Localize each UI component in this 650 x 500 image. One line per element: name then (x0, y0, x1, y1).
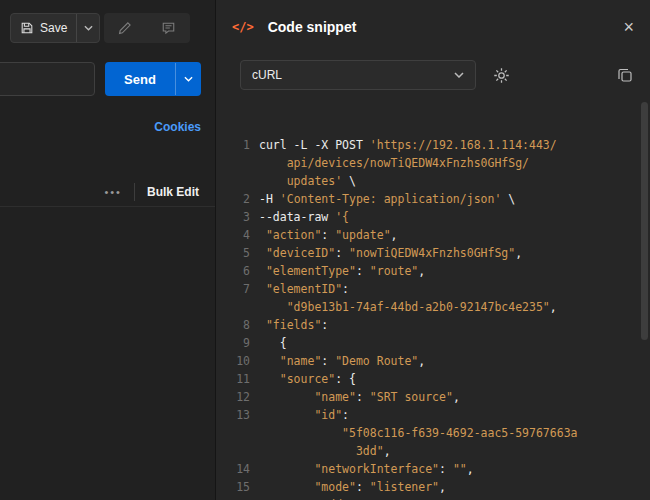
line-number: 14 (216, 460, 259, 478)
line-number: 2 (216, 190, 259, 208)
headers-toolbar: ••• Bulk Edit (0, 177, 215, 207)
request-toolbar (104, 13, 190, 43)
line-number: 12 (216, 388, 259, 406)
line-number: 11 (216, 370, 259, 388)
code-row: 13 "id": (216, 406, 650, 424)
code-snippet-panel: </> Code snippet × cURL 1curl -L -X POST… (215, 0, 650, 500)
save-dropdown-button[interactable] (77, 25, 99, 31)
code-line-text: "5f08c116-f639-4692-aac5-59767663a (259, 424, 578, 442)
save-label: Save (40, 21, 67, 35)
save-button-main[interactable]: Save (11, 21, 76, 35)
copy-icon (617, 67, 633, 83)
line-number: 9 (216, 334, 259, 352)
code-line-text: { (259, 334, 287, 352)
line-number: 5 (216, 244, 259, 262)
code-row: "d9be13b1-74af-44bd-a2b0-92147bc4e235", (216, 298, 650, 316)
code-line-text: "d9be13b1-74af-44bd-a2b0-92147bc4e235", (259, 298, 557, 316)
line-number: 4 (216, 226, 259, 244)
code-line-text: curl -L -X POST 'https://192.168.1.114:4… (259, 136, 557, 154)
line-number (216, 154, 259, 172)
code-row: 4 "action": "update", (216, 226, 650, 244)
code-row: 9 { (216, 334, 650, 352)
toolbar-divider (134, 183, 135, 201)
code-row: 7 "elementID": (216, 280, 650, 298)
code-line-text: "elementID": (259, 280, 349, 298)
line-number (216, 172, 259, 190)
edit-pencil-icon[interactable] (118, 21, 132, 35)
code-line-text: 3dd", (259, 442, 391, 460)
line-number: 15 (216, 478, 259, 496)
settings-button[interactable] (488, 60, 514, 90)
code-line-text: "address": "0.0.0.0", (259, 496, 460, 500)
code-row: 1curl -L -X POST 'https://192.168.1.114:… (216, 136, 650, 154)
code-line-text: "action": "update", (259, 226, 398, 244)
language-selected-value: cURL (252, 68, 282, 82)
gear-icon (493, 67, 510, 84)
code-row: 15 "mode": "listener", (216, 478, 650, 496)
code-line-text: "source": { (259, 370, 356, 388)
chevron-down-icon (184, 76, 193, 82)
code-row: 14 "networkInterface": "", (216, 460, 650, 478)
save-button[interactable]: Save (10, 13, 100, 43)
code-row: 12 "name": "SRT source", (216, 388, 650, 406)
cookies-link[interactable]: Cookies (154, 120, 201, 134)
send-label: Send (105, 72, 175, 87)
close-icon[interactable]: × (623, 18, 634, 36)
line-number: 8 (216, 316, 259, 334)
line-number: 16 (216, 496, 259, 500)
code-row: 2-H 'Content-Type: application/json' \ (216, 190, 650, 208)
code-row: 5 "deviceID": "nowTiQEDW4xFnzhs0GHfSg", (216, 244, 650, 262)
line-number (216, 442, 259, 460)
line-number: 13 (216, 406, 259, 424)
line-number (216, 298, 259, 316)
code-row: 6 "elementType": "route", (216, 262, 650, 280)
language-select[interactable]: cURL (240, 60, 476, 90)
line-number: 7 (216, 280, 259, 298)
more-options-icon[interactable]: ••• (104, 186, 122, 198)
code-line-text: -H 'Content-Type: application/json' \ (259, 190, 515, 208)
code-line-text: "name": "SRT source", (259, 388, 460, 406)
panel-title: Code snippet (268, 19, 357, 35)
code-line-text: updates' \ (259, 172, 356, 190)
send-dropdown-button[interactable] (176, 76, 201, 82)
copy-button[interactable] (612, 60, 638, 90)
send-button[interactable]: Send (105, 62, 201, 96)
panel-header: </> Code snippet × (216, 0, 650, 54)
line-number: 6 (216, 262, 259, 280)
line-number (216, 424, 259, 442)
comments-icon[interactable] (161, 21, 176, 35)
code-line-text: api/devices/nowTiQEDW4xFnzhs0GHfSg/ (259, 154, 529, 172)
code-line-text: "elementType": "route", (259, 262, 425, 280)
code-line-text: "name": "Demo Route", (259, 352, 425, 370)
chevron-down-icon (84, 25, 93, 31)
bulk-edit-button[interactable]: Bulk Edit (147, 185, 199, 199)
code-line-text: "id": (259, 406, 349, 424)
code-row: 11 "source": { (216, 370, 650, 388)
code-block: 1curl -L -X POST 'https://192.168.1.114:… (216, 100, 650, 500)
code-row: "5f08c116-f639-4692-aac5-59767663a (216, 424, 650, 442)
code-line-text: "mode": "listener", (259, 478, 446, 496)
code-line-text: "fields": (259, 316, 328, 334)
url-input[interactable] (0, 62, 95, 96)
code-row: updates' \ (216, 172, 650, 190)
code-line-text: "deviceID": "nowTiQEDW4xFnzhs0GHfSg", (259, 244, 522, 262)
code-row: 10 "name": "Demo Route", (216, 352, 650, 370)
line-number: 3 (216, 208, 259, 226)
code-line-text: "networkInterface": "", (259, 460, 474, 478)
code-row: 8 "fields": (216, 316, 650, 334)
app-root: Save Send (0, 0, 650, 500)
code-tag-icon: </> (232, 20, 254, 34)
code-line-text: --data-raw '{ (259, 208, 349, 226)
vertical-scrollbar[interactable] (641, 102, 648, 340)
code-row: 3--data-raw '{ (216, 208, 650, 226)
line-number: 1 (216, 136, 259, 154)
chevron-down-icon (454, 72, 464, 78)
line-number: 10 (216, 352, 259, 370)
save-icon (20, 21, 34, 35)
code-rows: 1curl -L -X POST 'https://192.168.1.114:… (216, 136, 650, 500)
code-row: 3dd", (216, 442, 650, 460)
code-row: 16 "address": "0.0.0.0", (216, 496, 650, 500)
request-pane: Save Send (0, 0, 215, 500)
code-row: api/devices/nowTiQEDW4xFnzhs0GHfSg/ (216, 154, 650, 172)
